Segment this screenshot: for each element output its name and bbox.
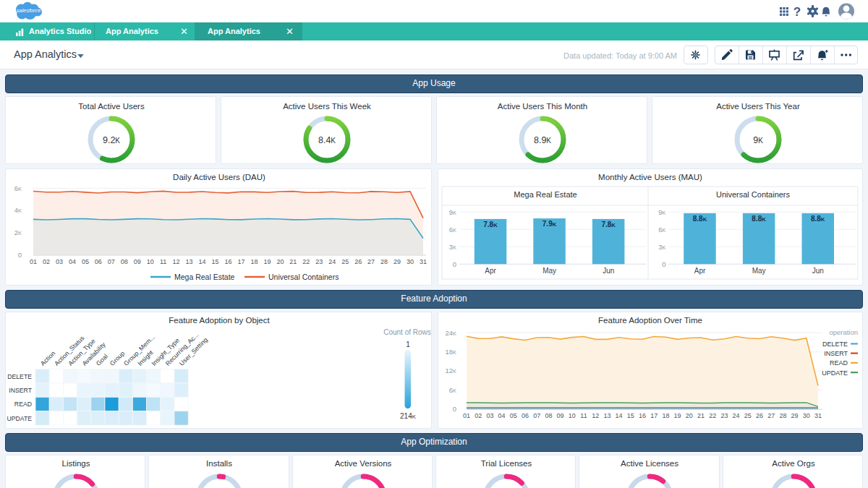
- svg-text:9K: 9K: [449, 208, 456, 216]
- svg-text:07: 07: [533, 412, 540, 419]
- svg-text:29: 29: [791, 412, 799, 419]
- svg-text:operation: operation: [829, 328, 858, 336]
- svg-text:Feature Adoption Over Time: Feature Adoption Over Time: [598, 316, 702, 325]
- svg-text:26: 26: [354, 258, 362, 265]
- svg-text:0: 0: [453, 260, 456, 268]
- svg-text:01: 01: [463, 412, 470, 419]
- svg-text:6K: 6K: [658, 226, 665, 234]
- svg-text:4K: 4K: [14, 206, 22, 214]
- svg-text:Installs: Installs: [206, 459, 232, 468]
- svg-text:READ: READ: [14, 401, 32, 408]
- svg-text:05: 05: [82, 258, 89, 265]
- svg-text:UPDATE: UPDATE: [7, 415, 32, 422]
- svg-text:0: 0: [18, 251, 22, 259]
- svg-text:INSERT: INSERT: [9, 387, 32, 394]
- svg-text:8.4K: 8.4K: [318, 135, 336, 145]
- svg-text:24K: 24K: [445, 329, 456, 337]
- svg-text:09: 09: [134, 258, 141, 265]
- svg-text:Active Users This Week: Active Users This Week: [283, 102, 371, 111]
- svg-text:8.8K: 8.8K: [693, 215, 707, 223]
- svg-text:21: 21: [289, 258, 297, 265]
- svg-text:18: 18: [250, 258, 258, 265]
- svg-text:15: 15: [627, 412, 634, 419]
- svg-text:UPDATE: UPDATE: [822, 369, 848, 377]
- svg-text:31: 31: [814, 412, 822, 419]
- svg-text:6K: 6K: [449, 386, 456, 394]
- svg-text:25: 25: [341, 258, 349, 265]
- svg-text:01: 01: [30, 258, 37, 265]
- svg-text:Listings: Listings: [62, 459, 90, 468]
- svg-text:Monthly Active Users (MAU): Monthly Active Users (MAU): [598, 173, 702, 181]
- svg-text:8.9K: 8.9K: [534, 135, 551, 145]
- svg-text:12K: 12K: [445, 367, 456, 374]
- svg-text:08: 08: [545, 412, 552, 419]
- svg-text:12: 12: [592, 412, 599, 419]
- svg-text:14: 14: [616, 412, 623, 419]
- svg-text:12: 12: [173, 258, 180, 265]
- svg-text:0: 0: [662, 260, 665, 268]
- svg-text:23: 23: [315, 258, 323, 265]
- svg-text:Trial Licenses: Trial Licenses: [481, 459, 532, 468]
- svg-text:7.8K: 7.8K: [483, 221, 498, 228]
- svg-text:09: 09: [557, 412, 564, 419]
- svg-text:May: May: [542, 267, 556, 275]
- svg-text:Count of Rows: Count of Rows: [383, 328, 431, 336]
- svg-text:Mega Real Estate: Mega Real Estate: [174, 273, 235, 281]
- svg-text:20: 20: [686, 412, 693, 419]
- svg-text:Group: Group: [109, 349, 126, 367]
- svg-text:Daily Active Users (DAU): Daily Active Users (DAU): [173, 173, 265, 181]
- svg-text:30: 30: [407, 258, 414, 265]
- svg-text:05: 05: [510, 412, 517, 419]
- svg-text:22: 22: [709, 412, 716, 419]
- svg-text:13: 13: [186, 258, 193, 265]
- svg-text:8.8K: 8.8K: [752, 215, 766, 223]
- svg-text:8.8K: 8.8K: [811, 215, 825, 223]
- svg-text:16: 16: [224, 258, 231, 265]
- svg-text:9.2K: 9.2K: [103, 135, 120, 145]
- svg-text:Jun: Jun: [603, 267, 614, 275]
- svg-text:20: 20: [276, 258, 284, 265]
- svg-text:28: 28: [380, 258, 388, 265]
- svg-text:24: 24: [328, 258, 336, 265]
- svg-text:READ: READ: [830, 359, 848, 367]
- svg-text:0: 0: [453, 405, 456, 413]
- svg-text:Jun: Jun: [812, 267, 824, 275]
- svg-text:9K: 9K: [753, 135, 763, 145]
- svg-text:08: 08: [121, 258, 128, 265]
- svg-text:31: 31: [420, 258, 427, 265]
- svg-text:23: 23: [720, 412, 728, 419]
- svg-text:02: 02: [43, 258, 50, 265]
- svg-text:May: May: [752, 267, 766, 275]
- svg-text:22: 22: [302, 258, 310, 265]
- svg-text:3K: 3K: [449, 243, 456, 251]
- svg-text:30: 30: [803, 412, 810, 419]
- svg-text:Active Versions: Active Versions: [334, 459, 391, 468]
- svg-text:10: 10: [569, 412, 576, 419]
- svg-text:06: 06: [95, 258, 102, 265]
- svg-text:Universal Containers: Universal Containers: [268, 273, 339, 281]
- svg-text:1: 1: [406, 341, 410, 348]
- svg-text:DELETE: DELETE: [7, 373, 32, 380]
- svg-text:DELETE: DELETE: [822, 341, 848, 348]
- svg-text:04: 04: [498, 412, 506, 419]
- svg-text:11: 11: [160, 258, 166, 265]
- svg-text:3K: 3K: [658, 243, 665, 251]
- svg-text:28: 28: [779, 412, 786, 419]
- svg-text:Total Active Users: Total Active Users: [78, 102, 145, 111]
- svg-text:Mega Real Estate: Mega Real Estate: [514, 190, 576, 199]
- svg-text:03: 03: [486, 412, 493, 419]
- svg-text:7.8K: 7.8K: [601, 221, 616, 228]
- svg-text:Active Users This Month: Active Users This Month: [498, 102, 587, 111]
- svg-text:19: 19: [674, 412, 681, 419]
- svg-text:11: 11: [580, 412, 587, 419]
- svg-text:13: 13: [603, 412, 610, 419]
- svg-text:14: 14: [199, 258, 206, 265]
- svg-text:19: 19: [263, 258, 271, 265]
- svg-text:Apr: Apr: [485, 267, 496, 275]
- svg-text:Action: Action: [39, 349, 56, 367]
- svg-text:Active Users This Year: Active Users This Year: [716, 102, 800, 111]
- svg-text:06: 06: [522, 412, 529, 419]
- svg-text:17: 17: [237, 258, 244, 265]
- svg-text:6K: 6K: [14, 184, 22, 192]
- svg-text:7.9K: 7.9K: [542, 220, 557, 228]
